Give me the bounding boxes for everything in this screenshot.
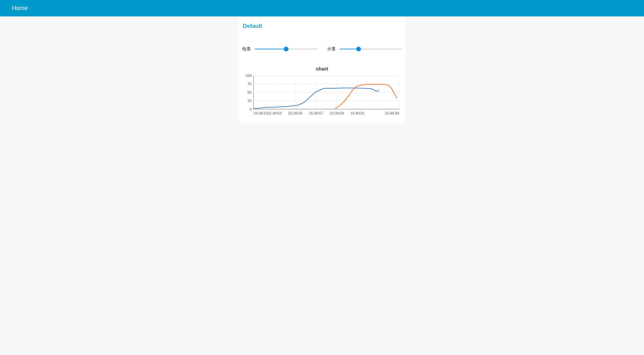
slider-electricity-thumb[interactable] bbox=[284, 47, 288, 51]
chart-title: chart bbox=[242, 66, 402, 72]
slider-water: 水量 bbox=[327, 46, 402, 52]
slider-electricity-label: 电量 bbox=[242, 46, 255, 52]
y-tick-label: 50 bbox=[248, 90, 252, 94]
slider-water-track[interactable] bbox=[340, 46, 402, 52]
y-tick-label: 100 bbox=[246, 74, 252, 78]
slider-electricity-fill bbox=[255, 49, 286, 49]
page-body: Default 电量 水量 chart bbox=[0, 16, 644, 123]
y-tick-label: 0 bbox=[250, 107, 252, 111]
slider-water-thumb[interactable] bbox=[356, 47, 361, 51]
app-header: Home bbox=[0, 0, 644, 16]
line-chart: 025507510015:39:5115:39:5315:39:5515:39:… bbox=[242, 74, 402, 117]
x-tick-label: 15:39:57 bbox=[309, 111, 323, 115]
sliders-row: 电量 水量 bbox=[242, 36, 402, 56]
x-tick-label: 15:39:51 bbox=[254, 111, 268, 115]
x-tick-label: 15:40:01 bbox=[351, 111, 365, 115]
x-tick-label: 15:39:59 bbox=[330, 111, 344, 115]
y-tick-label: 75 bbox=[248, 82, 252, 86]
x-tick-label: 15:39:53 bbox=[267, 111, 282, 115]
slider-electricity: 电量 bbox=[242, 46, 317, 52]
chart-series-电量 bbox=[254, 88, 379, 108]
home-link[interactable]: Home bbox=[12, 5, 28, 12]
segment-default: Default bbox=[242, 23, 402, 36]
chart-container: chart 025507510015:39:5115:39:5315:39:55… bbox=[242, 56, 402, 119]
main-card: Default 电量 水量 chart bbox=[239, 16, 405, 123]
segment-title: Default bbox=[242, 23, 402, 30]
slider-water-fill bbox=[340, 49, 359, 49]
y-tick-label: 25 bbox=[248, 99, 252, 103]
x-tick-label: 15:39:55 bbox=[288, 111, 303, 115]
slider-electricity-track[interactable] bbox=[255, 46, 317, 52]
x-tick-label: 15:40:04 bbox=[385, 111, 399, 115]
slider-water-label: 水量 bbox=[327, 46, 340, 52]
